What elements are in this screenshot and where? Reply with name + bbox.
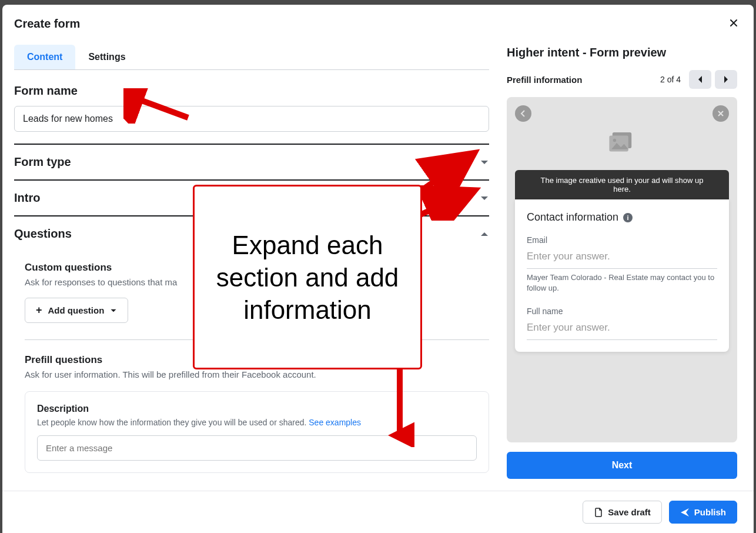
email-label: Email [527, 235, 717, 245]
see-examples-link[interactable]: See examples [309, 418, 361, 427]
chevron-down-icon [480, 158, 489, 167]
section-intro[interactable]: Intro [14, 181, 489, 216]
add-question-button[interactable]: + Add question [25, 298, 128, 323]
phone-preview: The image creative used in your ad will … [507, 97, 737, 442]
contact-card: Contact information i Email Enter your a… [515, 199, 729, 352]
triangle-right-icon [723, 75, 729, 84]
preview-title: Higher intent - Form preview [507, 46, 737, 59]
preview-page-info: 2 of 4 [660, 75, 681, 84]
triangle-left-icon [697, 75, 703, 84]
form-editor-panel: Content Settings Form name Form type Int… [2, 34, 501, 491]
prefill-title: Prefill questions [25, 354, 489, 366]
email-input[interactable]: Enter your answer. [527, 247, 717, 269]
section-questions-label: Questions [14, 227, 72, 241]
tab-content[interactable]: Content [14, 45, 75, 69]
publish-label: Publish [694, 507, 726, 517]
section-form-type-label: Form type [14, 155, 71, 169]
custom-questions-title: Custom questions [25, 262, 489, 274]
preview-panel: Higher intent - Form preview Prefill inf… [501, 34, 754, 491]
form-name-input[interactable] [14, 106, 489, 132]
save-draft-label: Save draft [608, 507, 651, 517]
description-box: Description Let people know how the info… [25, 391, 489, 473]
preview-prev-button[interactable] [689, 70, 711, 89]
publish-button[interactable]: Publish [669, 501, 737, 524]
preview-close-button[interactable] [712, 105, 729, 122]
close-button[interactable] [725, 13, 742, 34]
form-name-label: Form name [14, 84, 489, 98]
send-icon [680, 508, 690, 517]
description-input[interactable] [37, 435, 477, 461]
chevron-left-icon [520, 110, 527, 117]
section-intro-label: Intro [14, 191, 40, 205]
modal-title: Create form [14, 17, 80, 31]
add-question-label: Add question [48, 305, 105, 315]
section-form-type[interactable]: Form type [14, 145, 489, 181]
image-icon [609, 132, 635, 154]
modal-footer: Save draft Publish [2, 491, 754, 533]
section-questions[interactable]: Questions [14, 216, 489, 251]
image-placeholder [515, 132, 729, 154]
document-icon [594, 508, 603, 517]
preview-section-label: Prefill information [507, 75, 582, 85]
editor-tabs: Content Settings [14, 45, 489, 70]
prefill-desc: Ask for user information. This will be p… [25, 369, 489, 379]
close-icon [728, 17, 740, 29]
preview-back-button[interactable] [515, 105, 531, 122]
save-draft-button[interactable]: Save draft [583, 501, 662, 524]
description-label: Description [37, 404, 477, 414]
close-icon [717, 110, 724, 117]
chevron-up-icon [480, 229, 489, 239]
fullname-label: Full name [527, 307, 717, 316]
description-help-text: Let people know how the information they… [37, 418, 309, 427]
chevron-down-icon [480, 194, 489, 203]
preview-next-step-button[interactable]: Next [507, 452, 737, 479]
custom-questions-desc: Ask for responses to questions that ma [25, 277, 489, 287]
email-note: Mayer Team Colorado - Real Estate may co… [527, 272, 717, 294]
modal-header: Create form [2, 5, 754, 34]
contact-card-title: Contact information i [527, 211, 717, 224]
caret-down-icon [110, 307, 117, 314]
svg-point-2 [613, 139, 616, 142]
contact-card-title-text: Contact information [527, 211, 618, 224]
create-form-modal: Create form Content Settings Form name F… [2, 5, 754, 533]
plus-icon: + [36, 304, 42, 317]
preview-next-button[interactable] [715, 70, 737, 89]
preview-controls: Prefill information 2 of 4 [507, 70, 737, 89]
info-icon[interactable]: i [623, 213, 633, 222]
fullname-input[interactable]: Enter your answer. [527, 318, 717, 340]
description-help: Let people know how the information they… [37, 418, 477, 427]
image-banner: The image creative used in your ad will … [515, 170, 729, 199]
tab-settings[interactable]: Settings [75, 45, 138, 69]
inner-divider [25, 339, 489, 340]
